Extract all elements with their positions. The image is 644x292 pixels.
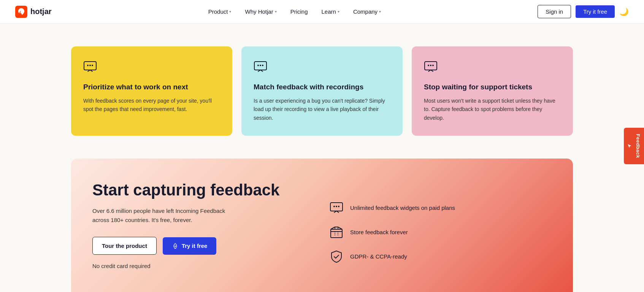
navbar: hotjar Product ▾ Why Hotjar ▾ Pricing Le… (0, 0, 644, 24)
widget-icon (330, 201, 343, 215)
nav-company[interactable]: Company ▾ (348, 5, 386, 18)
shield-check-icon (330, 250, 343, 263)
box-icon (330, 225, 343, 239)
cta-section: Start capturing feedback Over 6.6 millio… (71, 159, 573, 292)
svg-point-17 (338, 206, 339, 207)
card-support: Stop waiting for support tickets Most us… (412, 46, 573, 136)
feedback-icon (254, 60, 390, 75)
svg-point-16 (336, 206, 337, 207)
svg-point-12 (432, 65, 434, 66)
hotjar-logo-icon (15, 6, 27, 18)
nav-pricing[interactable]: Pricing (285, 5, 313, 18)
chevron-down-icon: ▾ (275, 10, 277, 14)
cta-subtext: Over 6.6 million people have left Incomi… (92, 206, 237, 225)
svg-point-11 (430, 65, 431, 66)
feature-item-store: Store feedback forever (330, 225, 552, 239)
feedback-icon (83, 60, 220, 75)
logo[interactable]: hotjar (15, 6, 52, 18)
card-title: Stop waiting for support tickets (424, 83, 561, 91)
cta-buttons: Tour the product Try it free (92, 237, 314, 255)
feature-label: Unlimited feedback widgets on paid plans (350, 205, 455, 211)
chevron-down-icon: ▾ (379, 10, 381, 14)
logo-text: hotjar (30, 7, 52, 16)
feedback-label: Feedback (635, 134, 641, 158)
svg-point-6 (257, 65, 259, 66)
no-credit-text: No credit card required (92, 262, 237, 271)
cta-features: Unlimited feedback widgets on paid plans… (330, 201, 552, 263)
svg-point-3 (89, 65, 91, 66)
feature-label: Store feedback forever (350, 229, 408, 235)
rocket-icon (172, 243, 179, 249)
nav-actions: Sign in Try it free 🌙 (538, 5, 629, 18)
card-title: Prioritize what to work on next (83, 83, 220, 91)
nav-links: Product ▾ Why Hotjar ▾ Pricing Learn ▾ C… (203, 5, 386, 18)
nav-product[interactable]: Product ▾ (203, 5, 237, 18)
nav-why-hotjar[interactable]: Why Hotjar ▾ (240, 5, 282, 18)
card-recordings: Match feedback with recordings Is a user… (241, 46, 403, 136)
feature-item-widgets: Unlimited feedback widgets on paid plans (330, 201, 552, 215)
feedback-sidebar[interactable]: Feedback (624, 128, 644, 164)
card-description: Most users won't write a support ticket … (424, 97, 561, 122)
svg-point-4 (92, 65, 93, 66)
svg-point-2 (87, 65, 89, 66)
svg-point-7 (260, 65, 261, 66)
nav-learn[interactable]: Learn ▾ (316, 5, 345, 18)
svg-rect-18 (331, 229, 342, 238)
try-free-button[interactable]: Try it free (163, 237, 217, 255)
signin-button[interactable]: Sign in (538, 5, 571, 18)
svg-point-8 (262, 65, 263, 66)
svg-point-15 (333, 206, 335, 207)
tour-product-button[interactable]: Tour the product (92, 237, 157, 255)
card-description: Is a user experiencing a bug you can't r… (254, 97, 390, 122)
chevron-down-icon: ▾ (338, 10, 339, 14)
feedback-icon (424, 60, 561, 75)
try-it-free-button[interactable]: Try it free (576, 5, 615, 18)
dark-mode-toggle[interactable]: 🌙 (619, 7, 629, 16)
cta-heading: Start capturing feedback (92, 181, 314, 199)
feature-item-gdpr: GDPR- & CCPA-ready (330, 250, 552, 263)
card-prioritize: Prioritize what to work on next With fee… (71, 46, 232, 136)
main-content: Prioritize what to work on next With fee… (56, 24, 588, 292)
cta-left: Start capturing feedback Over 6.6 millio… (92, 181, 314, 283)
feature-label: GDPR- & CCPA-ready (350, 253, 407, 260)
svg-point-10 (428, 65, 429, 66)
svg-point-13 (174, 246, 176, 247)
feature-cards: Prioritize what to work on next With fee… (71, 46, 573, 136)
cursor-icon (627, 143, 632, 149)
card-title: Match feedback with recordings (254, 83, 390, 91)
card-description: With feedback scores on every page of yo… (83, 97, 220, 114)
chevron-down-icon: ▾ (229, 10, 231, 14)
